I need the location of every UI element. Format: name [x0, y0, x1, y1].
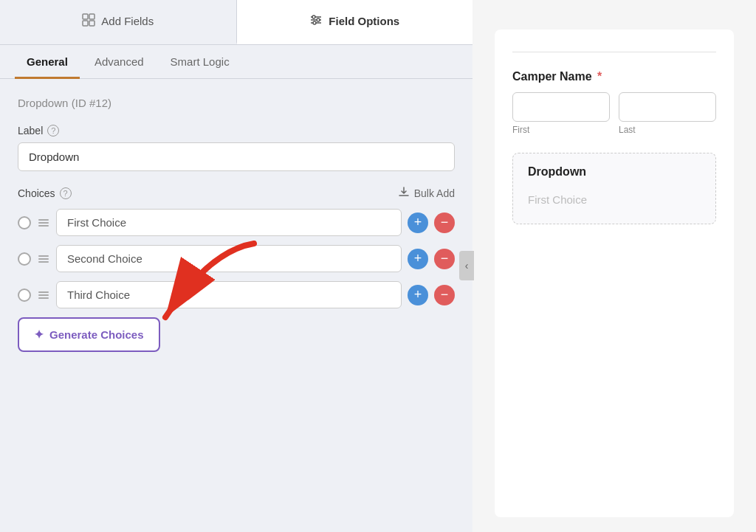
add-choice-1-button[interactable]: + — [408, 213, 428, 233]
last-label: Last — [619, 125, 716, 135]
remove-choice-1-button[interactable]: − — [434, 213, 455, 233]
dropdown-preview-section: Dropdown First Choice — [512, 153, 716, 224]
choice-input-1[interactable] — [56, 209, 402, 236]
choice-radio-1[interactable] — [18, 216, 31, 229]
tab-smart-logic[interactable]: Smart Logic — [159, 45, 241, 79]
choice-input-3[interactable] — [56, 281, 402, 308]
svg-rect-1 — [89, 14, 94, 19]
remove-choice-2-button[interactable]: − — [434, 249, 455, 269]
required-star: * — [597, 70, 602, 83]
sub-tabs: General Advanced Smart Logic — [0, 45, 472, 79]
right-panel: Camper Name * First Last Dropdown First … — [472, 0, 756, 532]
tab-add-fields[interactable]: Add Fields — [0, 0, 237, 44]
choice-row-3: + − — [18, 281, 455, 308]
content-area: Dropdown (ID #12) Label ? Choices ? — [0, 79, 472, 532]
choices-help-icon[interactable]: ? — [60, 187, 72, 199]
choice-row-2: + − — [18, 245, 455, 272]
camper-name-group: Camper Name * First Last — [512, 70, 716, 135]
camper-name-label: Camper Name * — [512, 70, 716, 83]
sparkle-icon: ✦ — [34, 328, 44, 342]
generate-choices-button[interactable]: ✦ Generate Choices — [18, 317, 160, 352]
choice-input-2[interactable] — [56, 245, 402, 272]
field-options-label: Field Options — [329, 15, 399, 27]
first-name-input[interactable] — [512, 92, 610, 122]
remove-choice-3-button[interactable]: − — [434, 285, 455, 305]
choices-section: Choices ? Bulk Add — [18, 186, 455, 352]
drag-handle-1[interactable] — [37, 218, 50, 228]
collapse-handle[interactable]: ‹ — [459, 251, 474, 280]
first-label: First — [512, 125, 610, 135]
drag-handle-3[interactable] — [37, 290, 50, 300]
dropdown-preview-placeholder: First Choice — [528, 187, 701, 212]
label-input[interactable] — [18, 142, 455, 171]
choices-label: Choices ? — [18, 187, 72, 199]
svg-rect-3 — [89, 21, 94, 26]
svg-rect-0 — [83, 14, 88, 19]
right-panel-inner: Camper Name * First Last Dropdown First … — [495, 30, 734, 517]
dropdown-preview-label: Dropdown — [528, 165, 701, 179]
label-help-icon[interactable]: ? — [47, 125, 59, 137]
last-name-group: Last — [619, 92, 716, 135]
add-choice-3-button[interactable]: + — [408, 285, 428, 305]
tab-advanced[interactable]: Advanced — [83, 45, 156, 79]
add-fields-label: Add Fields — [101, 15, 154, 27]
grid-icon — [82, 13, 95, 29]
field-title: Dropdown (ID #12) — [18, 97, 455, 110]
choice-row-1: + − — [18, 209, 455, 236]
tab-field-options[interactable]: Field Options — [237, 0, 473, 44]
bulk-add-button[interactable]: Bulk Add — [398, 186, 455, 200]
svg-point-9 — [313, 21, 316, 24]
left-panel: Add Fields Field Options General Advance… — [0, 0, 472, 532]
svg-rect-2 — [83, 21, 88, 26]
choice-radio-2[interactable] — [18, 252, 31, 266]
generate-section: ✦ Generate Choices — [18, 317, 455, 352]
svg-point-8 — [317, 18, 320, 21]
first-name-group: First — [512, 92, 610, 135]
name-inputs: First Last — [512, 92, 716, 135]
choice-radio-3[interactable] — [18, 289, 31, 302]
tab-general[interactable]: General — [15, 45, 80, 79]
last-name-input[interactable] — [619, 92, 716, 122]
label-field-label: Label ? — [18, 125, 455, 137]
drag-handle-2[interactable] — [37, 254, 50, 264]
divider — [512, 52, 716, 52]
label-section: Label ? — [18, 125, 455, 171]
svg-point-7 — [312, 15, 315, 18]
add-choice-2-button[interactable]: + — [408, 249, 428, 269]
top-tabs: Add Fields Field Options — [0, 0, 472, 45]
sliders-icon — [309, 13, 323, 29]
download-icon — [398, 186, 410, 200]
choices-header: Choices ? Bulk Add — [18, 186, 455, 200]
